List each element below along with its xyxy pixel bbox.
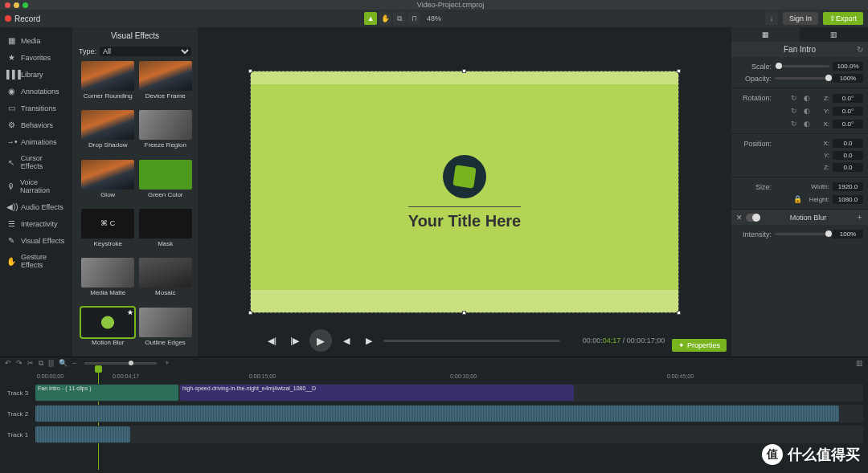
reset-icon[interactable]: ↻	[857, 45, 863, 54]
effect-mask[interactable]: Mask	[138, 209, 194, 255]
scrubber[interactable]	[383, 340, 560, 342]
split-icon[interactable]: |||	[48, 359, 54, 367]
redo-icon[interactable]: ↷	[16, 359, 23, 367]
maximize-icon[interactable]	[23, 2, 28, 8]
minimize-icon[interactable]	[14, 2, 19, 8]
zoom-out[interactable]: −	[72, 359, 76, 367]
tab-audio[interactable]: ▥	[800, 27, 868, 42]
clip[interactable]: high-speed-driving-in-the-night_e4mj4wtz…	[180, 385, 574, 401]
sidebar-icon: ▭	[6, 104, 16, 112]
position-x-value[interactable]: 0.0	[833, 139, 863, 148]
intensity-slider[interactable]	[775, 233, 829, 235]
resize-handle[interactable]	[677, 311, 681, 315]
rotation-x-value[interactable]: 0.0°	[833, 120, 863, 128]
record-icon	[5, 15, 11, 22]
resize-handle[interactable]	[248, 69, 252, 73]
track-lane[interactable]: Fan Intro - ( 11 clips )high-speed-drivi…	[35, 384, 863, 402]
zoom-in[interactable]: +	[165, 359, 169, 367]
record-button[interactable]: Record	[5, 14, 40, 23]
sidebar-item-cursor-effects[interactable]: ↖Cursor Effects	[0, 150, 72, 174]
window-controls[interactable]	[0, 2, 33, 8]
step-forward-button[interactable]: ▶	[361, 332, 377, 349]
effect-keystroke[interactable]: ⌘ CKeystroke	[80, 209, 136, 255]
size-height-value[interactable]: 1080.0	[833, 195, 863, 204]
clip[interactable]	[35, 426, 130, 442]
add-effect[interactable]: ＋	[856, 212, 863, 222]
position-z-value[interactable]: 0.0	[833, 163, 863, 172]
rotate-icon[interactable]: ↻	[789, 119, 799, 128]
sidebar-item-audio-effects[interactable]: ◀))Audio Effects	[0, 198, 72, 215]
scale-slider[interactable]	[775, 65, 829, 67]
effect-media-matte[interactable]: Media Matte	[80, 258, 136, 304]
rotate-icon[interactable]: ↻	[789, 106, 799, 116]
effect-mosaic[interactable]: Mosaic	[138, 258, 194, 304]
sidebar-item-annotations[interactable]: ◉Annotations	[0, 83, 72, 100]
sidebar-item-voice-narration[interactable]: 🎙Voice Narration	[0, 174, 72, 198]
scale-value[interactable]: 100.0%	[833, 62, 863, 71]
crop-tool[interactable]: ⧉	[393, 12, 406, 25]
rot-knob[interactable]: ◐	[802, 93, 812, 103]
copy-icon[interactable]: ⧉	[39, 359, 43, 368]
hand-tool[interactable]: ✋	[379, 12, 391, 25]
export-button[interactable]: ⇪ Export	[823, 12, 863, 25]
effect-freeze-region[interactable]: Freeze Region	[138, 110, 194, 157]
canvas-preview[interactable]: Your Title Here	[251, 71, 678, 312]
sidebar-item-media[interactable]: ▦Media	[0, 32, 72, 49]
play-button[interactable]: ▶	[309, 329, 332, 352]
sidebar-item-favorites[interactable]: ★Favorites	[0, 49, 72, 66]
close-icon[interactable]	[5, 2, 10, 8]
undo-icon[interactable]: ↶	[5, 359, 11, 367]
effect-device-frame[interactable]: Device Frame	[138, 61, 194, 108]
remove-effect[interactable]: ✕	[736, 214, 743, 222]
motion-blur-toggle[interactable]	[746, 214, 760, 222]
rotation-y-value[interactable]: 0.0°	[833, 107, 863, 116]
resize-handle[interactable]	[248, 311, 252, 315]
sidebar-item-library[interactable]: ▌▌▌Library	[0, 66, 72, 83]
lock-icon[interactable]: 🔒	[792, 194, 802, 204]
pointer-tool[interactable]: ▲	[364, 12, 377, 25]
signin-button[interactable]: Sign In	[783, 12, 818, 25]
sidebar-item-interactivity[interactable]: ☰Interactivity	[0, 215, 72, 232]
effect-drop-shadow[interactable]: Drop Shadow	[80, 110, 136, 157]
timeline-zoom-slider[interactable]	[84, 362, 157, 365]
canvas-zoom[interactable]: 48%	[427, 14, 441, 22]
prev-frame-button[interactable]: ◀|	[264, 332, 280, 349]
position-y-value[interactable]: 0.0	[833, 151, 863, 160]
resize-handle[interactable]	[677, 69, 681, 73]
opacity-value[interactable]: 100%	[833, 74, 863, 83]
intensity-value[interactable]: 100%	[833, 230, 863, 239]
sidebar-icon: ◀))	[6, 202, 16, 211]
effect-motion-blur[interactable]: ★Motion Blur	[80, 308, 136, 354]
rotate-icon[interactable]: ↻	[789, 93, 799, 103]
effects-type-select[interactable]: All	[100, 47, 191, 56]
sidebar-item-gesture-effects[interactable]: ✋Gesture Effects	[0, 249, 72, 273]
time-mark: 0:00:30;00	[450, 373, 477, 379]
effect-corner-rounding[interactable]: Corner Rounding	[80, 61, 136, 108]
effect-green-color[interactable]: Green Color	[138, 160, 194, 206]
cut-icon[interactable]: ✂	[27, 359, 34, 367]
clip[interactable]: Fan Intro - ( 11 clips )	[35, 385, 178, 401]
download-icon[interactable]: ↓	[765, 12, 778, 25]
sidebar-item-visual-effects[interactable]: ✎Visual Effects	[0, 232, 72, 249]
sidebar-item-transitions[interactable]: ▭Transitions	[0, 100, 72, 116]
size-width-value[interactable]: 1920.0	[833, 182, 863, 191]
resize-handle[interactable]	[462, 69, 466, 73]
effect-glow[interactable]: Glow	[80, 160, 136, 206]
effect-outline-edges[interactable]: Outline Edges	[138, 308, 194, 354]
track-lane[interactable]	[35, 426, 863, 443]
next-frame-button[interactable]: |▶	[287, 332, 303, 349]
opacity-slider[interactable]	[775, 77, 829, 80]
tab-visual[interactable]: ▦	[731, 27, 800, 42]
properties-button[interactable]: ✦ Properties	[672, 339, 727, 352]
clip[interactable]	[35, 406, 839, 422]
resize-handle[interactable]	[462, 311, 466, 315]
magnet-tool[interactable]: ⊓	[407, 12, 420, 25]
sidebar-item-animations[interactable]: →•Animations	[0, 133, 72, 150]
timeline-menu-icon[interactable]: ▥	[856, 359, 863, 367]
track-lane[interactable]	[35, 405, 863, 422]
sidebar-item-behaviors[interactable]: ⚙Behaviors	[0, 116, 72, 133]
time-mark: 0:00:00;00	[37, 373, 63, 379]
step-back-button[interactable]: ◀	[338, 332, 354, 349]
time-ruler[interactable]: 0:00:00;000:00:04;170:00:15;000:00:30;00…	[0, 373, 868, 381]
rotation-z-value[interactable]: 0.0°	[833, 94, 863, 103]
